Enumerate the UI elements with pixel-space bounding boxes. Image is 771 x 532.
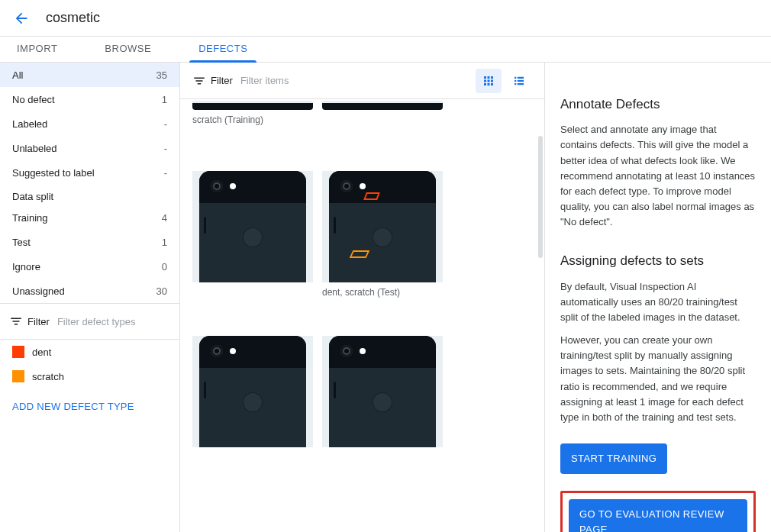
defect-type-filter-input[interactable] <box>57 316 180 327</box>
sidebar-item-count: 1 <box>162 237 167 248</box>
image-thumbnail[interactable] <box>322 336 443 447</box>
defect-annotation <box>363 192 380 200</box>
grid-view-icon[interactable] <box>476 69 502 93</box>
sidebar: All 35 No defect 1 Labeled - Unlabeled -… <box>0 63 180 532</box>
topbar: cosmetic <box>0 0 771 37</box>
svg-rect-3 <box>484 79 486 82</box>
image-thumbnail[interactable] <box>322 171 443 282</box>
defect-type-label: scratch <box>32 371 64 382</box>
svg-rect-7 <box>488 83 490 85</box>
svg-rect-14 <box>518 83 524 85</box>
gallery-scroll[interactable]: scratch (Training) dent, scratch (Test) <box>180 99 544 532</box>
sidebar-item-label: All <box>12 69 23 81</box>
image-thumbnail[interactable] <box>322 102 443 110</box>
swatch-icon <box>12 370 24 382</box>
back-arrow-icon[interactable] <box>12 9 31 27</box>
sidebar-item-ignore[interactable]: Ignore 0 <box>0 254 179 279</box>
page-title: cosmetic <box>46 10 100 26</box>
go-to-evaluation-button[interactable]: GO TO EVALUATION REVIEW PAGE <box>569 499 747 532</box>
sidebar-item-label: Unlabeled <box>12 143 57 154</box>
svg-rect-10 <box>518 76 524 78</box>
sidebar-item-count: - <box>164 167 167 179</box>
start-training-button[interactable]: START TRAINING <box>560 443 667 474</box>
add-new-defect-type-button[interactable]: ADD NEW DEFECT TYPE <box>0 389 179 424</box>
svg-rect-9 <box>515 76 516 78</box>
sidebar-item-unassigned[interactable]: Unassigned 30 <box>0 279 179 303</box>
list-view-icon[interactable] <box>506 69 532 93</box>
swatch-icon <box>12 346 24 358</box>
sidebar-item-labeled[interactable]: Labeled - <box>0 111 179 136</box>
sidebar-item-label: Suggested to label <box>12 167 95 179</box>
sidebar-item-training[interactable]: Training 4 <box>0 205 179 230</box>
image-thumbnail[interactable] <box>192 102 313 110</box>
panel-heading: Annotate Defects <box>560 95 756 114</box>
svg-rect-2 <box>491 76 493 79</box>
panel-heading: Assigning defects to sets <box>560 251 756 271</box>
gallery: Filter scratch (Training) <box>180 63 545 532</box>
sidebar-item-suggested[interactable]: Suggested to label - <box>0 160 179 185</box>
gallery-toolbar: Filter <box>180 63 544 99</box>
tab-defects[interactable]: DEFECTS <box>195 43 250 62</box>
svg-rect-11 <box>515 79 516 81</box>
sidebar-item-test[interactable]: Test 1 <box>0 230 179 254</box>
tabs: IMPORT BROWSE DEFECTS <box>0 37 771 63</box>
image-thumbnail[interactable] <box>192 336 313 447</box>
svg-rect-6 <box>484 83 486 85</box>
tab-browse[interactable]: BROWSE <box>102 43 154 62</box>
sidebar-item-count: - <box>164 143 167 154</box>
scrollbar-thumb[interactable] <box>538 136 543 258</box>
view-mode-switch <box>476 69 532 93</box>
filter-label: Filter <box>27 316 50 327</box>
panel-text: By default, Visual Inspection AI automat… <box>560 279 756 325</box>
defect-type-scratch[interactable]: scratch <box>0 364 179 389</box>
svg-rect-5 <box>491 79 493 82</box>
tab-import[interactable]: IMPORT <box>14 43 60 62</box>
defect-type-label: dent <box>32 347 51 358</box>
sidebar-item-label: Training <box>12 212 47 224</box>
svg-rect-8 <box>491 83 493 85</box>
data-split-heading: Data split <box>0 185 179 205</box>
sidebar-item-label: Unassigned <box>12 285 65 297</box>
image-caption: dent, scratch (Test) <box>322 287 532 298</box>
filter-icon <box>192 74 206 88</box>
svg-rect-0 <box>484 76 486 79</box>
svg-rect-13 <box>515 83 516 85</box>
sidebar-item-count: 30 <box>156 285 167 297</box>
defect-type-filter-bar: Filter <box>0 303 179 340</box>
sidebar-item-all[interactable]: All 35 <box>0 63 179 87</box>
panel-text: Select and annotate any image that conta… <box>560 122 756 230</box>
filter-icon <box>9 314 23 328</box>
sidebar-item-label: Labeled <box>12 118 47 130</box>
svg-rect-4 <box>488 79 490 82</box>
defect-type-dent[interactable]: dent <box>0 340 179 364</box>
sidebar-item-unlabeled[interactable]: Unlabeled - <box>0 136 179 160</box>
filter-label: Filter <box>211 75 233 86</box>
sidebar-item-label: Ignore <box>12 261 40 272</box>
image-caption: scratch (Training) <box>192 114 532 125</box>
defect-annotation <box>350 250 370 258</box>
help-panel: Annotate Defects Select and annotate any… <box>545 63 771 532</box>
sidebar-item-count: 1 <box>162 94 167 105</box>
highlighted-action: GO TO EVALUATION REVIEW PAGE <box>560 491 756 532</box>
svg-rect-1 <box>488 76 490 79</box>
sidebar-item-label: No defect <box>12 94 55 105</box>
main: All 35 No defect 1 Labeled - Unlabeled -… <box>0 63 771 532</box>
sidebar-item-count: 35 <box>156 69 167 81</box>
sidebar-item-label: Test <box>12 237 31 248</box>
sidebar-item-count: 0 <box>162 261 167 272</box>
image-thumbnail[interactable] <box>192 171 313 282</box>
gallery-filter-input[interactable] <box>240 75 476 86</box>
sidebar-item-count: 4 <box>162 212 167 224</box>
sidebar-item-nodefect[interactable]: No defect 1 <box>0 87 179 111</box>
svg-rect-12 <box>518 79 524 81</box>
panel-text: However, you can create your own trainin… <box>560 333 756 425</box>
sidebar-item-count: - <box>164 118 167 130</box>
